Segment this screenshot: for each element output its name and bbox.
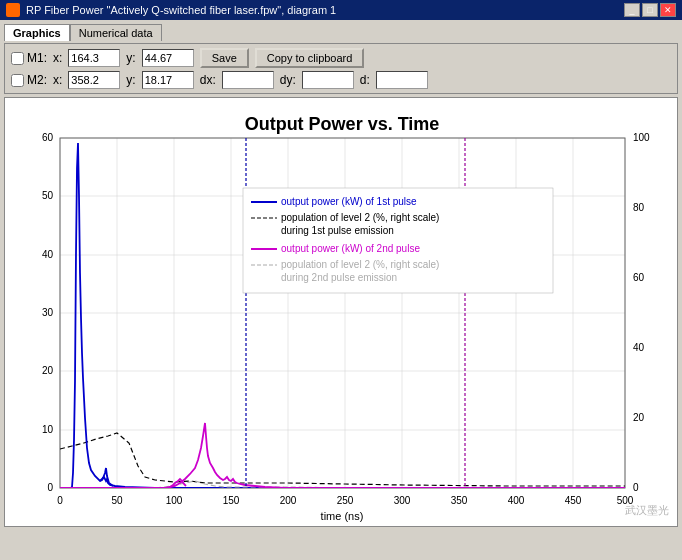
svg-text:20: 20 — [42, 365, 54, 376]
svg-text:40: 40 — [42, 249, 54, 260]
m1-label: M1: — [27, 51, 47, 65]
chart-container: Output Power vs. Time — [4, 97, 678, 527]
svg-text:50: 50 — [42, 190, 54, 201]
minimize-button[interactable]: _ — [624, 3, 640, 17]
app-icon — [6, 3, 20, 17]
m1-y-label: y: — [126, 51, 135, 65]
svg-text:output power (kW) of 2nd pulse: output power (kW) of 2nd pulse — [281, 243, 420, 254]
svg-rect-0 — [5, 98, 665, 526]
m2-checkbox-group: M2: — [11, 73, 47, 87]
m2-checkbox[interactable] — [11, 74, 24, 87]
d-input[interactable] — [376, 71, 428, 89]
svg-text:0: 0 — [47, 482, 53, 493]
chart-title: Output Power vs. Time — [245, 114, 440, 134]
svg-text:population of level 2 (%, righ: population of level 2 (%, right scale) — [281, 259, 439, 270]
m1-x-label: x: — [53, 51, 62, 65]
svg-text:100: 100 — [166, 495, 183, 506]
svg-text:during 2nd pulse emission: during 2nd pulse emission — [281, 272, 397, 283]
dx-input[interactable] — [222, 71, 274, 89]
m2-label: M2: — [27, 73, 47, 87]
svg-text:20: 20 — [633, 412, 645, 423]
svg-text:time (ns): time (ns) — [321, 510, 364, 522]
svg-text:450: 450 — [565, 495, 582, 506]
svg-text:40: 40 — [633, 342, 645, 353]
svg-text:60: 60 — [42, 132, 54, 143]
m1-x-input[interactable] — [68, 49, 120, 67]
tabs-row: Graphics Numerical data — [4, 24, 678, 41]
svg-text:350: 350 — [451, 495, 468, 506]
svg-text:during 1st pulse emission: during 1st pulse emission — [281, 225, 394, 236]
tab-numerical[interactable]: Numerical data — [70, 24, 162, 41]
watermark: 武汉墨光 — [625, 503, 669, 518]
title-bar: RP Fiber Power "Actively Q-switched fibe… — [0, 0, 682, 20]
svg-text:population of level 2 (%, righ: population of level 2 (%, right scale) — [281, 212, 439, 223]
m2-y-input[interactable] — [142, 71, 194, 89]
chart-svg: Output Power vs. Time — [5, 98, 665, 526]
svg-text:300: 300 — [394, 495, 411, 506]
svg-text:250: 250 — [337, 495, 354, 506]
svg-text:0: 0 — [633, 482, 639, 493]
dx-label: dx: — [200, 73, 216, 87]
svg-text:30: 30 — [42, 307, 54, 318]
d-label: d: — [360, 73, 370, 87]
tab-graphics[interactable]: Graphics — [4, 24, 70, 41]
svg-text:10: 10 — [42, 424, 54, 435]
maximize-button[interactable]: □ — [642, 3, 658, 17]
m2-x-label: x: — [53, 73, 62, 87]
m1-checkbox[interactable] — [11, 52, 24, 65]
svg-text:150: 150 — [223, 495, 240, 506]
copy-clipboard-button[interactable]: Copy to clipboard — [255, 48, 365, 68]
window-title: RP Fiber Power "Actively Q-switched fibe… — [26, 4, 336, 16]
svg-text:80: 80 — [633, 202, 645, 213]
window-controls[interactable]: _ □ ✕ — [624, 3, 676, 17]
svg-text:60: 60 — [633, 272, 645, 283]
dy-input[interactable] — [302, 71, 354, 89]
save-button[interactable]: Save — [200, 48, 249, 68]
m1-checkbox-group: M1: — [11, 51, 47, 65]
close-button[interactable]: ✕ — [660, 3, 676, 17]
main-container: Graphics Numerical data M1: x: y: Save C… — [0, 20, 682, 533]
svg-text:50: 50 — [111, 495, 123, 506]
svg-text:output power (kW) of 1st pulse: output power (kW) of 1st pulse — [281, 196, 417, 207]
m1-y-input[interactable] — [142, 49, 194, 67]
dy-label: dy: — [280, 73, 296, 87]
m2-x-input[interactable] — [68, 71, 120, 89]
svg-text:100: 100 — [633, 132, 650, 143]
m2-y-label: y: — [126, 73, 135, 87]
svg-text:0: 0 — [57, 495, 63, 506]
svg-text:200: 200 — [280, 495, 297, 506]
svg-text:400: 400 — [508, 495, 525, 506]
